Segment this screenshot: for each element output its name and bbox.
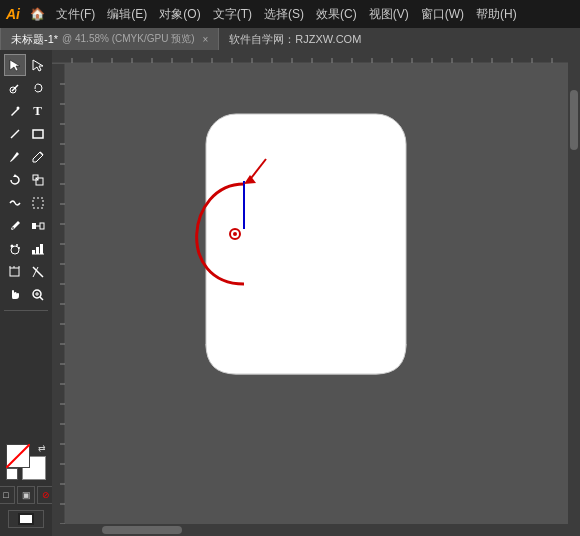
svg-rect-25 [10, 268, 19, 276]
foreground-color-swatch[interactable] [6, 444, 30, 468]
tool-row-symbol [4, 238, 49, 260]
free-transform-tool[interactable] [27, 192, 49, 214]
site-info: 软件自学网：RJZXW.COM [219, 30, 371, 49]
svg-line-32 [40, 297, 43, 300]
tool-row-hand [4, 284, 49, 306]
title-bar: Ai 🏠 文件(F) 编辑(E) 对象(O) 文字(T) 选择(S) 效果(C)… [0, 0, 580, 28]
svg-marker-1 [33, 60, 43, 71]
tool-row-eyedropper [4, 215, 49, 237]
rotate-tool[interactable] [4, 169, 26, 191]
menu-effect[interactable]: 效果(C) [311, 4, 362, 25]
svg-rect-12 [33, 198, 43, 208]
home-icon: 🏠 [30, 7, 45, 21]
svg-point-19 [16, 244, 18, 246]
svg-line-5 [11, 130, 19, 138]
menu-view[interactable]: 视图(V) [364, 4, 414, 25]
svg-point-18 [10, 245, 13, 248]
svg-rect-22 [36, 247, 39, 254]
tab-meta: @ 41.58% (CMYK/GPU 预览) [62, 32, 194, 46]
swap-colors-icon[interactable]: ⇄ [38, 444, 46, 453]
main-layout: T [0, 50, 580, 536]
menu-bar: 文件(F) 编辑(E) 对象(O) 文字(T) 选择(S) 效果(C) 视图(V… [51, 4, 574, 25]
menu-edit[interactable]: 编辑(E) [102, 4, 152, 25]
mug-illustration [126, 84, 466, 504]
tab-close-button[interactable]: × [202, 34, 208, 45]
drawing-canvas [66, 64, 568, 524]
tool-row-artboard [4, 261, 49, 283]
app-logo: Ai [6, 6, 20, 22]
slice-tool[interactable] [27, 261, 49, 283]
menu-file[interactable]: 文件(F) [51, 4, 100, 25]
scale-tool[interactable] [27, 169, 49, 191]
svg-point-93 [233, 232, 237, 236]
svg-rect-6 [33, 130, 43, 138]
screen-mode-button[interactable] [8, 510, 44, 528]
tool-row-select [4, 54, 49, 76]
type-tool[interactable]: T [27, 100, 49, 122]
ruler-vertical [52, 64, 66, 524]
color-swatches: ⇄ [6, 444, 46, 480]
line-tool[interactable] [4, 123, 26, 145]
artboard-tool[interactable] [4, 261, 26, 283]
reset-colors-icon[interactable] [6, 468, 18, 480]
tool-row-shape [4, 123, 49, 145]
tab-bar: 未标题-1* @ 41.58% (CMYK/GPU 预览) × 软件自学网：RJ… [0, 28, 580, 50]
tool-row-wand [4, 77, 49, 99]
svg-point-13 [12, 227, 14, 229]
fill-mode-button[interactable]: □ [0, 486, 15, 504]
lasso-tool[interactable] [27, 77, 49, 99]
active-tab[interactable]: 未标题-1* @ 41.58% (CMYK/GPU 预览) × [0, 28, 219, 50]
svg-rect-21 [32, 250, 35, 254]
menu-type[interactable]: 文字(T) [208, 4, 257, 25]
tool-row-brush [4, 146, 49, 168]
vertical-scrollbar[interactable] [568, 50, 580, 524]
svg-point-20 [18, 247, 20, 249]
toolbar: T [0, 50, 52, 536]
select-tool[interactable] [4, 54, 26, 76]
fill-stroke-mode: □ ▣ ⊘ [0, 486, 52, 504]
svg-rect-23 [40, 244, 43, 254]
gradient-mode-button[interactable]: ▣ [17, 486, 35, 504]
direct-select-tool[interactable] [27, 54, 49, 76]
menu-window[interactable]: 窗口(W) [416, 4, 469, 25]
svg-rect-38 [20, 515, 32, 523]
blend-tool[interactable] [27, 215, 49, 237]
svg-point-4 [16, 107, 19, 110]
menu-help[interactable]: 帮助(H) [471, 4, 522, 25]
color-section: ⇄ □ ▣ ⊘ [0, 440, 52, 532]
zoom-tool[interactable] [27, 284, 49, 306]
menu-select[interactable]: 选择(S) [259, 4, 309, 25]
hand-tool[interactable] [4, 284, 26, 306]
menu-object[interactable]: 对象(O) [154, 4, 205, 25]
toolbar-divider [4, 310, 48, 311]
svg-rect-14 [32, 223, 36, 229]
paintbrush-tool[interactable] [4, 146, 26, 168]
pencil-tool[interactable] [27, 146, 49, 168]
none-mode-button[interactable]: ⊘ [37, 486, 52, 504]
horizontal-scrollbar[interactable] [52, 524, 580, 536]
svg-rect-90 [206, 114, 406, 374]
symbol-spray-tool[interactable] [4, 238, 26, 260]
screen-mode-row [8, 510, 44, 528]
eyedropper-tool[interactable] [4, 215, 26, 237]
warp-tool[interactable] [4, 192, 26, 214]
tool-row-warp [4, 192, 49, 214]
pen-tool[interactable] [4, 100, 26, 122]
vertical-scrollbar-thumb[interactable] [570, 90, 578, 150]
svg-line-29 [33, 267, 43, 277]
rect-tool[interactable] [27, 123, 49, 145]
ruler-horizontal [52, 50, 568, 64]
graph-tool[interactable] [27, 238, 49, 260]
canvas-area [52, 50, 580, 536]
svg-marker-0 [10, 60, 20, 71]
svg-rect-15 [40, 223, 44, 229]
svg-line-7 [40, 152, 43, 155]
tool-row-transform [4, 169, 49, 191]
tool-row-pen: T [4, 100, 49, 122]
magic-wand-tool[interactable] [4, 77, 26, 99]
tab-title: 未标题-1* [11, 32, 58, 47]
horizontal-scrollbar-thumb[interactable] [102, 526, 182, 534]
